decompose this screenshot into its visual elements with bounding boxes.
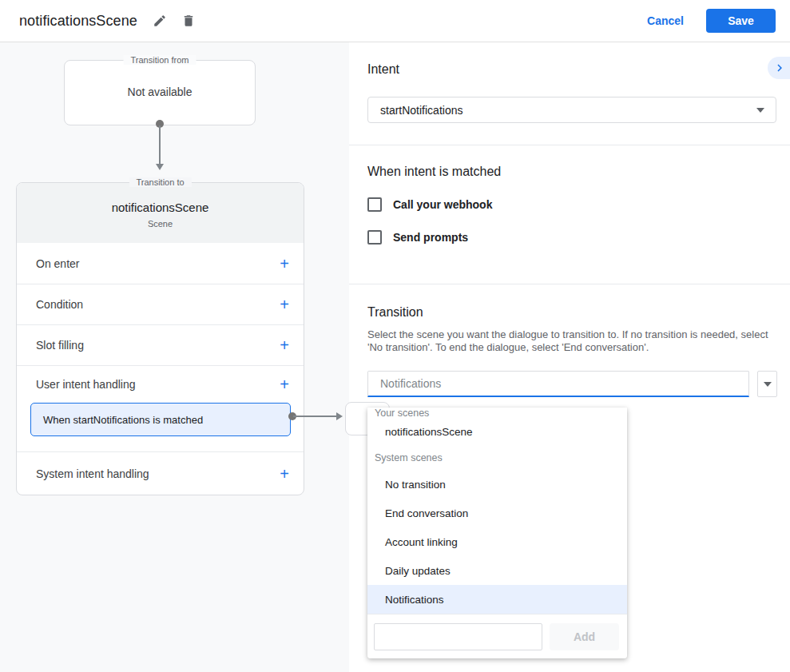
scene-row-label: System intent handling (36, 467, 149, 480)
menu-item-notifications[interactable]: Notifications (367, 585, 627, 614)
add-icon[interactable]: + (280, 466, 289, 482)
menu-item-account-linking[interactable]: Account linking (367, 527, 627, 556)
scene-dropdown-menu: Your scenes notificationsScene System sc… (367, 408, 627, 658)
scene-node-header[interactable]: notificationsScene Scene (17, 183, 304, 243)
clipped-group: Your scenes (367, 408, 627, 417)
menu-item-notificationsscene[interactable]: notificationsScene (367, 417, 627, 446)
save-button[interactable]: Save (706, 9, 776, 33)
scene-row-label: Slot filling (36, 339, 84, 352)
section-divider (349, 145, 790, 145)
scene-node-subtitle: Scene (148, 219, 173, 229)
call-webhook-checkbox[interactable] (367, 197, 382, 212)
intent-selected-value: startNotifications (380, 104, 462, 117)
expand-panel-button[interactable] (768, 57, 790, 79)
scene-row-label: Condition (36, 298, 83, 311)
arrow-right-icon (336, 412, 343, 420)
when-matched-heading: When intent is matched (367, 165, 777, 179)
transition-combobox (367, 371, 777, 397)
cancel-button[interactable]: Cancel (647, 14, 684, 27)
scene-node-title: notificationsScene (112, 201, 209, 214)
connector-line-down (159, 125, 161, 165)
scene-row-on-enter: On enter + (17, 243, 304, 284)
topbar-actions: Cancel Save (647, 9, 776, 33)
transition-to-label: Transition to (129, 177, 191, 187)
call-webhook-label: Call your webhook (393, 198, 492, 211)
transition-description: Select the scene you want the dialogue t… (367, 328, 777, 354)
delete-icon[interactable] (181, 13, 197, 29)
intent-select[interactable]: startNotifications (367, 97, 776, 123)
add-icon[interactable]: + (280, 296, 289, 312)
connector-line-right (293, 416, 336, 417)
scene-row-user-intent-handling: User intent handling + When startNotific… (17, 365, 304, 436)
add-icon[interactable]: + (280, 337, 289, 353)
transition-scene-input[interactable] (367, 371, 749, 397)
scene-row-label: On enter (36, 257, 79, 270)
menu-item-no-transition[interactable]: No transition (367, 470, 627, 499)
transition-heading: Transition (367, 305, 777, 320)
top-bar: notificationsScene Cancel Save (0, 0, 790, 42)
transition-from-value: Not available (65, 85, 255, 98)
caret-down-icon (756, 108, 764, 113)
system-scenes-group-label: System scenes (367, 446, 627, 470)
caret-down-icon (764, 382, 772, 387)
section-divider (349, 284, 790, 284)
transition-from-box: Transition from Not available (64, 60, 256, 125)
send-prompts-checkbox[interactable] (367, 230, 382, 245)
edit-icon[interactable] (152, 13, 168, 29)
your-scenes-group-label: Your scenes (367, 408, 627, 417)
send-prompts-label: Send prompts (393, 231, 468, 244)
menu-item-end-conversation[interactable]: End conversation (367, 499, 627, 527)
scene-row-condition: Condition + (17, 284, 304, 324)
intent-heading: Intent (367, 62, 777, 77)
menu-item-daily-updates[interactable]: Daily updates (367, 556, 627, 585)
scene-row-system-intent-handling: System intent handling + (17, 451, 304, 495)
user-intent-handler-item[interactable]: When startNotifications is matched (30, 403, 291, 436)
add-scene-button[interactable]: Add (550, 623, 619, 650)
webhook-option-row: Call your webhook (367, 197, 777, 212)
transition-caret-button[interactable] (757, 371, 777, 397)
new-scene-input[interactable] (374, 623, 542, 650)
menu-footer: Add (367, 614, 627, 658)
page-title: notificationsScene (19, 13, 137, 30)
diagram-pane: Transition from Not available Transition… (0, 42, 349, 672)
arrow-down-icon (156, 164, 164, 170)
add-icon[interactable]: + (280, 256, 289, 272)
transition-from-label: Transition from (124, 55, 197, 65)
add-icon[interactable]: + (280, 376, 289, 392)
scene-node-card: Transition to notificationsScene Scene O… (16, 182, 304, 495)
scene-row-label: User intent handling (36, 378, 136, 391)
scene-row-slot-filling: Slot filling + (17, 324, 304, 365)
chevron-right-icon (772, 61, 787, 75)
prompts-option-row: Send prompts (367, 230, 777, 245)
title-actions (152, 13, 197, 29)
